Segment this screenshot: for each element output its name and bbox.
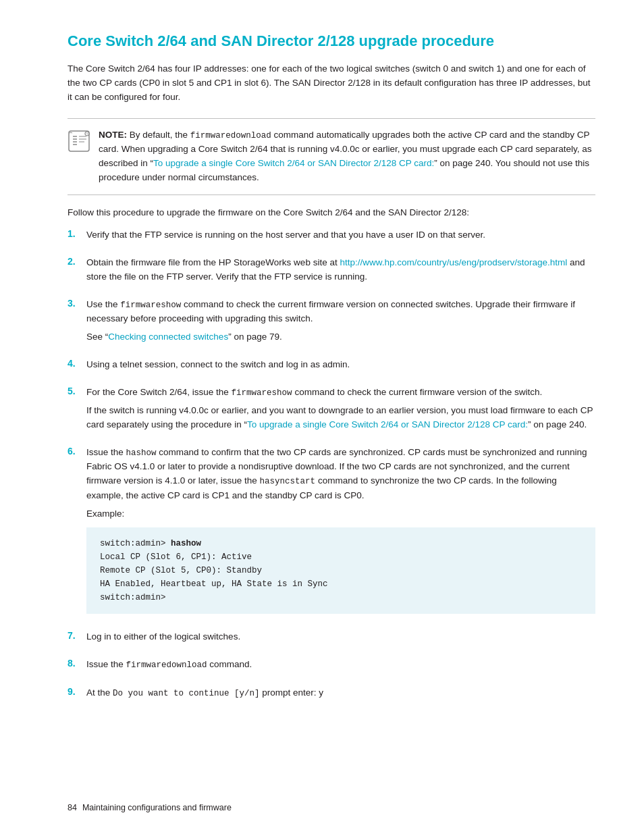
step-5: For the Core Switch 2/64, issue the firm… [68,386,595,436]
step-2: Obtain the firmware file from the HP Sto… [68,256,595,288]
step-6: Issue the hashow command to confirm that… [68,446,595,621]
note-box: ? NOTE: By default, the firmwaredownload… [68,128,595,185]
step-6-text: Issue the hashow command to confirm that… [86,446,595,503]
code-block: switch:admin> hashow Local CP (Slot 6, C… [86,527,595,614]
step-1: Verify that the FTP service is running o… [68,228,595,246]
step-3: Use the firmwareshow command to check th… [68,298,595,348]
step-5-cmd: firmwareshow [232,388,292,398]
code-cmd-hashow: hashow [171,539,201,548]
step-5-sub: If the switch is running v4.0.0c or earl… [86,404,595,432]
step-9-text: At the Do you want to continue [y/n] pro… [86,686,595,700]
note-content: NOTE: By default, the firmwaredownload c… [99,128,595,185]
step-3-cmd: firmwareshow [120,301,181,310]
step-7: Log in to either of the logical switches… [68,630,595,648]
step-8-cmd: firmwaredownload [126,660,207,670]
page-title: Core Switch 2/64 and SAN Director 2/128 … [68,32,595,50]
divider-top [68,118,595,119]
follow-text: Follow this procedure to upgrade the fir… [68,206,595,220]
svg-text:?: ? [86,132,88,136]
note-cmd1: firmwaredownload [190,131,271,140]
intro-paragraph: The Core Switch 2/64 has four IP address… [68,62,595,105]
step-6-cmd2: hasyncstart [260,477,316,486]
step-2-text: Obtain the firmware file from the HP Sto… [86,256,595,284]
note-link1[interactable]: To upgrade a single Core Switch 2/64 or … [153,158,434,168]
step-9: At the Do you want to continue [y/n] pro… [68,686,595,704]
step-8: Issue the firmwaredownload command. [68,658,595,676]
footer: 84 Maintaining configurations and firmwa… [0,803,644,812]
step-1-text: Verify that the FTP service is running o… [86,228,595,242]
step-6-cmd1: hashow [126,448,157,458]
steps-list: Verify that the FTP service is running o… [68,228,595,704]
step-5-text: For the Core Switch 2/64, issue the firm… [86,386,595,400]
step-9-prompt: Do you want to continue [y/n] [113,689,260,698]
footer-page-num: 84 [68,803,77,812]
step-8-text: Issue the firmwaredownload command. [86,658,595,672]
note-label: NOTE: [99,130,127,140]
step-3-see: See “Checking connected switches” on pag… [86,330,595,344]
example-label: Example: [86,507,595,521]
footer-text: Maintaining configurations and firmware [82,803,232,812]
step-4-text: Using a telnet session, connect to the s… [86,358,595,372]
step-5-link[interactable]: To upgrade a single Core Switch 2/64 or … [247,419,528,429]
note-icon: ? [68,130,92,154]
step-4: Using a telnet session, connect to the s… [68,358,595,376]
divider-bottom [68,194,595,195]
step-3-text: Use the firmwareshow command to check th… [86,298,595,326]
step-7-text: Log in to either of the logical switches… [86,630,595,644]
step-3-link[interactable]: Checking connected switches [108,332,228,342]
step-2-link[interactable]: http://www.hp.com/country/us/eng/prodser… [340,257,567,267]
